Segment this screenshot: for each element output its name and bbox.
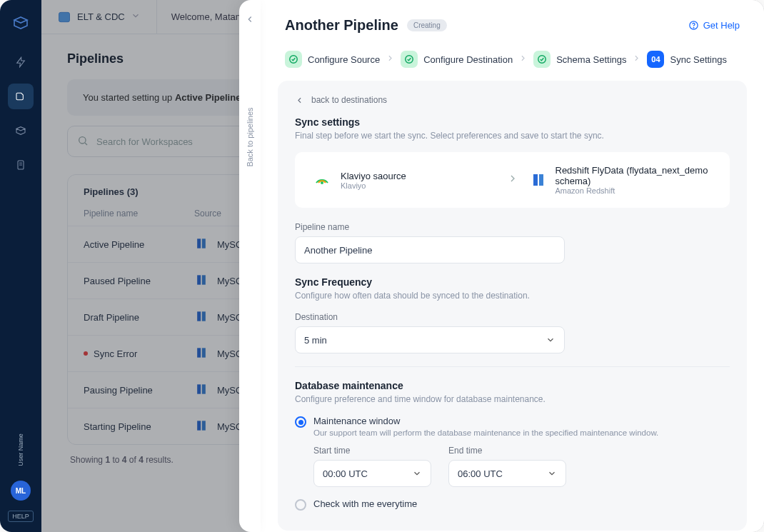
check-icon (401, 51, 418, 68)
collapse-panel-icon[interactable] (245, 14, 255, 27)
divider (295, 366, 730, 367)
chevron-left-icon (295, 96, 304, 105)
step-configure-destination[interactable]: Configure Destination (401, 51, 513, 68)
back-to-destinations-link[interactable]: back to destinations (295, 95, 730, 105)
chevron-right-icon (386, 53, 395, 66)
maintenance-subtitle: Configure preference and time window for… (295, 394, 730, 404)
chevron-right-icon (632, 53, 641, 66)
check-icon (533, 51, 551, 68)
source-name: Klaviyo saource (341, 171, 406, 181)
radio-icon (295, 416, 306, 428)
start-time-select[interactable]: 00:00 UTC (313, 460, 431, 487)
user-name-label: User Name (17, 433, 24, 466)
frequency-select[interactable]: 5 min (295, 326, 565, 353)
step-configure-source[interactable]: Configure Source (285, 51, 380, 68)
start-time-label: Start time (313, 446, 431, 456)
nav-bolt-icon[interactable] (8, 49, 34, 75)
radio-icon (295, 499, 306, 511)
sync-frequency-title: Sync Frequency (295, 276, 730, 288)
panel-title: Another Pipeline (285, 17, 398, 34)
maintenance-title: Database maintenance (295, 380, 730, 391)
source-destination-card: Klaviyo saource Klaviyo (295, 152, 730, 208)
klaviyo-logo-icon (312, 170, 332, 190)
end-time-select[interactable]: 06:00 UTC (448, 460, 566, 487)
sync-settings-subtitle: Final step before we start the sync. Sel… (295, 131, 730, 141)
svg-rect-26 (539, 174, 543, 186)
svg-point-20 (693, 27, 694, 28)
pipeline-name-input[interactable] (295, 236, 565, 264)
destination-type: Amazon Redshift (556, 186, 713, 195)
radio-check-everytime[interactable]: Check with me everytime (295, 498, 730, 511)
help-chip[interactable]: HELP (8, 511, 34, 522)
check-icon (285, 51, 302, 68)
source-type: Klaviyo (341, 181, 406, 190)
radio-maintenance-window[interactable]: Maintenance window Our support team will… (295, 416, 730, 437)
svg-point-24 (321, 181, 323, 184)
nav-pipelines-icon[interactable] (8, 84, 34, 109)
frequency-label: Destination (295, 312, 730, 322)
help-circle-icon (688, 20, 699, 31)
chevron-right-icon (518, 53, 528, 66)
step-schema-settings[interactable]: Schema Settings (533, 51, 626, 68)
collapse-panel-label: Back to pipelines (246, 107, 254, 166)
status-badge: Creating (407, 19, 447, 31)
end-time-label: End time (448, 446, 566, 456)
nav-docs-icon[interactable] (8, 152, 34, 178)
arrow-right-icon (507, 173, 518, 187)
chevron-down-icon (546, 335, 556, 345)
step-number-badge: 04 (647, 51, 664, 68)
app-logo (12, 14, 29, 31)
chevron-down-icon (412, 468, 422, 478)
sync-frequency-subtitle: Configure how often data should be synce… (295, 291, 730, 301)
avatar[interactable]: ML (11, 481, 31, 501)
step-sync-settings[interactable]: 04 Sync Settings (647, 51, 727, 68)
get-help-link[interactable]: Get Help (688, 20, 740, 31)
stepper: Configure Source Configure Destination S… (261, 44, 764, 81)
svg-rect-25 (533, 174, 538, 186)
pipeline-name-label: Pipeline name (295, 222, 730, 232)
nav-sources-icon[interactable] (8, 118, 34, 144)
destination-name: Redshift FlyData (flydata_next_demo sche… (556, 165, 713, 186)
redshift-logo-icon (530, 170, 547, 190)
chevron-down-icon (547, 468, 557, 478)
sync-settings-title: Sync settings (295, 116, 730, 128)
